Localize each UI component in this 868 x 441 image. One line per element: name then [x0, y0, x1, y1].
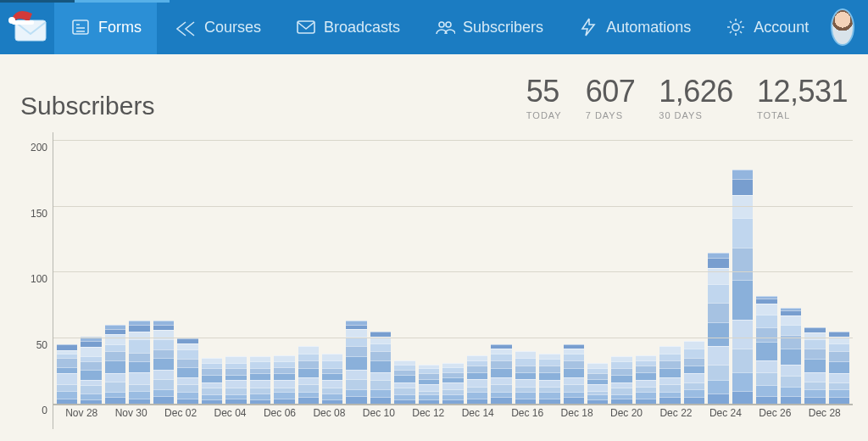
bar-segment: [636, 392, 656, 399]
bar-segment: [732, 170, 753, 179]
bar-segment: [756, 327, 776, 342]
bar[interactable]: [515, 351, 536, 404]
x-tick: Dec 18: [552, 407, 601, 429]
bar[interactable]: [587, 363, 608, 404]
nav-label: Broadcasts: [324, 19, 400, 36]
logo[interactable]: [10, 10, 51, 44]
bar[interactable]: [153, 321, 174, 404]
bar-segment: [659, 397, 680, 404]
bar[interactable]: [804, 327, 825, 404]
bar[interactable]: [274, 355, 294, 404]
bar-segment: [250, 380, 270, 388]
avatar[interactable]: [831, 8, 854, 46]
page-header: Subscribers 55 TODAY 607 7 DAYS 1,626 30…: [0, 54, 868, 120]
bar-segment: [274, 367, 294, 374]
bar-segment: [539, 359, 559, 366]
bar-segment: [829, 382, 849, 389]
bar-segment: [804, 339, 825, 349]
bar-segment: [129, 339, 149, 353]
courses-icon: [175, 16, 198, 38]
bar-segment: [298, 384, 319, 392]
bar-segment: [298, 360, 319, 368]
bar-segment: [659, 368, 680, 377]
bar-segment: [708, 322, 728, 346]
bar-segment: [346, 396, 366, 404]
nav-broadcasts[interactable]: Broadcasts: [280, 0, 415, 54]
subscribers-icon: [434, 16, 456, 38]
bar[interactable]: [781, 308, 801, 404]
bar-segment: [708, 380, 728, 394]
bar-segment: [370, 389, 391, 397]
bar-segment: [129, 353, 149, 362]
bar-segment: [467, 392, 487, 399]
x-tick: Dec 04: [205, 407, 254, 429]
bar-segment: [684, 358, 704, 366]
nav-automations[interactable]: Automations: [562, 0, 706, 54]
bar-segment: [781, 325, 801, 335]
bar[interactable]: [467, 355, 487, 404]
bar[interactable]: [419, 365, 439, 404]
bar[interactable]: [177, 338, 198, 404]
bar-segment: [177, 343, 198, 350]
bar[interactable]: [611, 356, 632, 404]
bar-segment: [274, 380, 294, 388]
y-axis: 050100150200: [20, 132, 53, 429]
bar[interactable]: [539, 354, 559, 404]
bar-segment: [491, 377, 511, 384]
bar-segment: [804, 382, 825, 389]
x-tick: Dec 26: [750, 407, 799, 429]
bar[interactable]: [129, 321, 149, 404]
bar[interactable]: [322, 354, 342, 404]
bar-segment: [57, 391, 77, 399]
bar-segment: [225, 380, 246, 388]
bar[interactable]: [298, 346, 319, 404]
stats-row: 55 TODAY 607 7 DAYS 1,626 30 DAYS 12,531…: [526, 76, 848, 120]
bar-segment: [346, 370, 366, 379]
bar-segment: [491, 360, 511, 368]
bar-segment: [370, 397, 391, 404]
bar[interactable]: [202, 358, 222, 404]
bar-segment: [394, 388, 415, 394]
bar[interactable]: [81, 337, 101, 404]
bar-segment: [177, 359, 198, 366]
broadcasts-icon: [295, 16, 317, 38]
bar-segment: [539, 366, 559, 372]
bar-segment: [756, 385, 776, 395]
bar-segment: [756, 304, 776, 314]
bar-segment: [322, 373, 342, 380]
bar-segment: [732, 179, 753, 195]
bar-segment: [274, 392, 294, 399]
stat-value: 12,531: [757, 76, 848, 107]
bar[interactable]: [394, 360, 415, 404]
bar[interactable]: [225, 356, 246, 404]
bar-segment: [346, 389, 366, 396]
bar[interactable]: [659, 346, 680, 404]
bar-segment: [491, 384, 511, 392]
bar[interactable]: [708, 253, 728, 404]
bar-segment: [564, 368, 584, 377]
bar[interactable]: [370, 332, 391, 404]
nav-courses[interactable]: Courses: [160, 0, 276, 54]
bar-segment: [564, 384, 584, 392]
bar-segment: [250, 373, 270, 380]
bar-segment: [515, 351, 536, 358]
x-tick: Dec 24: [701, 407, 750, 429]
bar[interactable]: [564, 344, 584, 404]
bar[interactable]: [346, 321, 366, 404]
bar-segment: [274, 355, 294, 362]
bar[interactable]: [684, 341, 704, 404]
nav-subscribers[interactable]: Subscribers: [419, 0, 559, 54]
bar-segment: [804, 372, 825, 382]
bar-segment: [129, 332, 149, 339]
bar[interactable]: [250, 356, 270, 404]
bar-segment: [684, 382, 704, 389]
bar[interactable]: [636, 355, 656, 404]
nav-forms[interactable]: Forms: [54, 0, 157, 54]
bar-segment: [684, 341, 704, 349]
nav-account[interactable]: Account: [709, 0, 824, 54]
bar[interactable]: [756, 296, 776, 404]
bar[interactable]: [442, 363, 463, 404]
bar[interactable]: [57, 344, 77, 404]
bar[interactable]: [491, 344, 511, 404]
bar[interactable]: [829, 332, 849, 404]
